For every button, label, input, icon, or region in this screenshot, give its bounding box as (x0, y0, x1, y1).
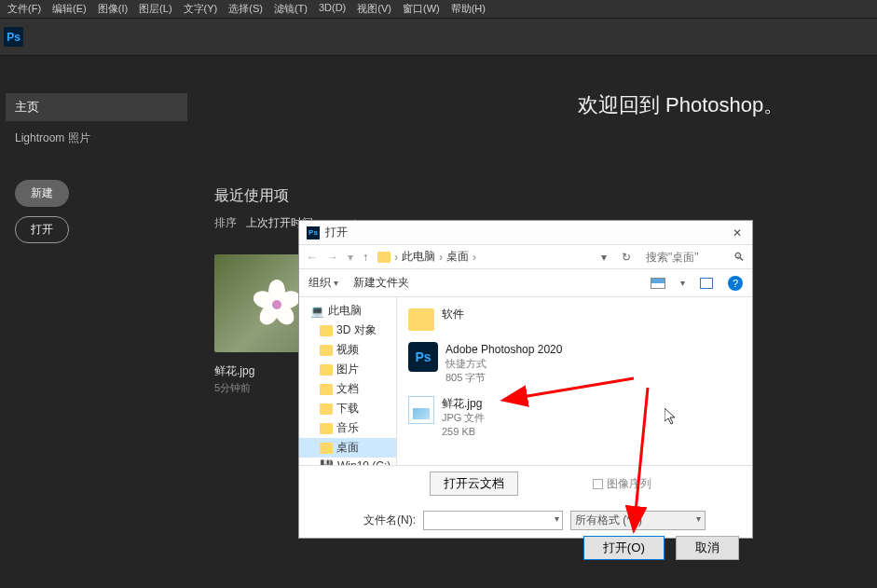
refresh-icon[interactable]: ↻ (622, 251, 631, 264)
dialog-title: 打开 (325, 225, 348, 240)
image-file-icon (408, 396, 434, 424)
menu-filter[interactable]: 滤镜(T) (274, 2, 308, 16)
open-file-dialog: Ps 打开 ✕ ← → ▾ ↑ › 此电脑 › 桌面 › ▾ ↻ 🔍︎ 组织 ▾… (298, 220, 753, 539)
menu-layer[interactable]: 图层(L) (139, 2, 171, 16)
menu-select[interactable]: 选择(S) (228, 2, 263, 16)
folder-icon (377, 252, 391, 263)
photoshop-app-icon: Ps (408, 342, 438, 372)
cursor-icon (665, 408, 678, 425)
menu-3d[interactable]: 3D(D) (319, 2, 346, 16)
chevron-down-icon[interactable]: ▾ (680, 278, 685, 288)
image-sequence-label: 图像序列 (607, 476, 651, 492)
folder-icon (408, 308, 434, 331)
file-list: 软件 Ps Adobe Photoshop 2020 快捷方式 805 字节 鲜… (397, 297, 752, 465)
tree-downloads[interactable]: 下载 (299, 399, 396, 418)
app-toolbar: Ps (0, 19, 877, 56)
menu-help[interactable]: 帮助(H) (451, 2, 486, 16)
view-mode-button[interactable] (651, 278, 665, 289)
image-sequence-checkbox[interactable] (593, 479, 603, 489)
tree-this-pc[interactable]: 💻此电脑 (299, 301, 396, 321)
dialog-open-button[interactable]: 打开(O) (583, 536, 665, 560)
tree-documents[interactable]: 文档 (299, 379, 396, 399)
chevron-down-icon[interactable]: ▾ (348, 251, 353, 264)
tree-desktop[interactable]: 桌面 (299, 438, 396, 458)
dialog-cancel-button[interactable]: 取消 (676, 536, 739, 560)
home-sidebar: 主页 Lightroom 照片 新建 打开 (6, 93, 187, 243)
menu-window[interactable]: 窗口(W) (403, 2, 440, 16)
search-icon[interactable]: 🔍︎ (733, 251, 745, 264)
breadcrumb[interactable]: › 此电脑 › 桌面 › (377, 249, 592, 265)
file-item-jpg[interactable]: 鲜花.jpg JPG 文件 259 KB (404, 392, 745, 443)
sidebar-item-lightroom[interactable]: Lightroom 照片 (6, 125, 187, 152)
svg-marker-3 (665, 408, 675, 424)
menu-type[interactable]: 文字(Y) (184, 2, 218, 16)
tree-3d-objects[interactable]: 3D 对象 (299, 321, 396, 340)
nav-up-button[interactable]: ↑ (363, 251, 368, 264)
search-input[interactable] (646, 251, 730, 264)
tree-videos[interactable]: 视频 (299, 340, 396, 360)
sidebar-item-home[interactable]: 主页 (6, 93, 187, 121)
folder-tree: 💻此电脑 3D 对象 视频 图片 文档 下载 音乐 桌面 💾Win10 (C:) (299, 297, 397, 465)
filename-label: 文件名(N): (363, 513, 416, 528)
chevron-down-icon[interactable]: ▾ (601, 251, 607, 264)
new-folder-button[interactable]: 新建文件夹 (353, 275, 409, 291)
dialog-app-icon: Ps (307, 226, 320, 239)
menu-bar: 文件(F) 编辑(E) 图像(I) 图层(L) 文字(Y) 选择(S) 滤镜(T… (0, 0, 877, 19)
file-item-folder[interactable]: 软件 (404, 303, 745, 335)
photoshop-logo-icon: Ps (4, 27, 23, 47)
open-button[interactable]: 打开 (15, 216, 69, 243)
nav-back-button[interactable]: ← (307, 251, 318, 264)
file-item-photoshop[interactable]: Ps Adobe Photoshop 2020 快捷方式 805 字节 (404, 338, 745, 389)
file-filter-dropdown[interactable]: 所有格式 (*.*) (570, 511, 706, 530)
nav-forward-button[interactable]: → (327, 251, 338, 264)
recent-heading: 最近使用项 (214, 186, 858, 206)
sort-label: 排序 (214, 215, 237, 231)
tree-win10-c[interactable]: 💾Win10 (C:) (299, 458, 396, 465)
preview-pane-button[interactable] (700, 278, 713, 289)
chevron-down-icon[interactable]: ▾ (555, 513, 559, 524)
filename-input[interactable] (423, 511, 563, 530)
new-button[interactable]: 新建 (15, 180, 69, 207)
tree-music[interactable]: 音乐 (299, 418, 396, 438)
help-icon[interactable]: ? (728, 276, 743, 291)
tree-pictures[interactable]: 图片 (299, 360, 396, 379)
open-cloud-docs-button[interactable]: 打开云文档 (430, 472, 518, 496)
menu-edit[interactable]: 编辑(E) (52, 2, 87, 16)
organize-dropdown[interactable]: 组织 ▾ (308, 275, 338, 291)
menu-file[interactable]: 文件(F) (7, 2, 41, 16)
dialog-close-button[interactable]: ✕ (730, 226, 745, 240)
menu-image[interactable]: 图像(I) (98, 2, 128, 16)
menu-view[interactable]: 视图(V) (357, 2, 391, 16)
